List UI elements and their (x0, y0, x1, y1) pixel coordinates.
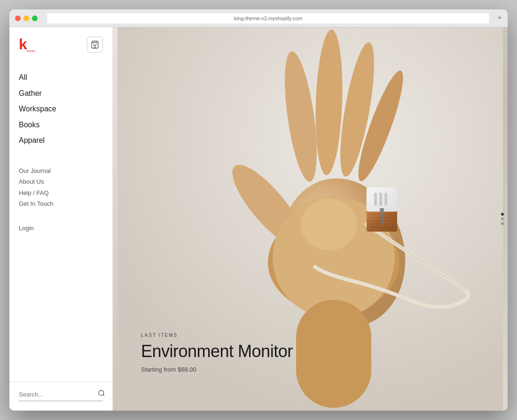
product-badge: LAST ITEMS (141, 333, 293, 338)
primary-nav: All Gather Workspace Books Apparel (9, 60, 112, 158)
main-content: LAST ITEMS Environment Monitor Starting … (113, 27, 508, 411)
search-bar (19, 389, 103, 401)
close-button[interactable] (15, 16, 21, 21)
scroll-indicator (501, 213, 504, 225)
nav-item-journal[interactable]: Our Journal (19, 165, 112, 176)
maximize-button[interactable] (32, 16, 38, 21)
nav-item-faq[interactable]: Help / FAQ (19, 187, 112, 198)
svg-rect-12 (296, 300, 371, 408)
hero-text: LAST ITEMS Environment Monitor Starting … (141, 333, 293, 373)
browser-chrome: king-theme-v2.myshopify.com + (9, 9, 508, 27)
svg-rect-25 (382, 210, 383, 225)
svg-rect-22 (379, 193, 382, 206)
traffic-lights (15, 16, 38, 21)
url-text: king-theme-v2.myshopify.com (234, 16, 302, 21)
cart-count: 0 (94, 45, 96, 49)
nav-item-gather[interactable]: Gather (19, 86, 112, 101)
svg-point-13 (301, 199, 357, 250)
svg-point-1 (99, 390, 104, 396)
product-price: Starting from $68.00 (141, 366, 293, 373)
svg-line-2 (103, 395, 104, 396)
cart-button[interactable]: 0 (87, 37, 103, 53)
browser-content: k_ 0 All Gather Workspace Books Apparel (9, 27, 508, 411)
address-bar[interactable]: king-theme-v2.myshopify.com (47, 13, 489, 23)
nav-item-all[interactable]: All (19, 70, 112, 86)
nav-item-about[interactable]: About Us (19, 176, 112, 187)
product-title: Environment Monitor (141, 342, 293, 361)
nav-item-apparel[interactable]: Apparel (19, 132, 112, 148)
nav-item-contact[interactable]: Get In Touch (19, 198, 112, 209)
search-icon (98, 389, 105, 397)
login-button[interactable]: Login (19, 225, 112, 232)
sidebar: k_ 0 All Gather Workspace Books Apparel (9, 27, 113, 411)
minimize-button[interactable] (24, 16, 29, 21)
svg-rect-21 (374, 193, 377, 206)
nav-item-books[interactable]: Books (19, 117, 112, 133)
browser-window: king-theme-v2.myshopify.com + k_ 0 (9, 9, 508, 411)
logo[interactable]: k_ (19, 37, 35, 52)
sidebar-header: k_ 0 (9, 27, 112, 60)
search-input[interactable] (19, 391, 98, 398)
scroll-dot-3 (501, 222, 504, 225)
search-button[interactable] (98, 389, 105, 399)
new-tab-button[interactable]: + (497, 13, 502, 23)
scroll-dot-2 (501, 218, 504, 220)
login-section: Login (9, 217, 112, 239)
search-section (9, 381, 112, 411)
scroll-dot-1 (501, 213, 504, 216)
svg-rect-23 (384, 193, 387, 206)
secondary-nav: Our Journal About Us Help / FAQ Get In T… (9, 158, 112, 217)
nav-item-workspace[interactable]: Workspace (19, 101, 112, 117)
